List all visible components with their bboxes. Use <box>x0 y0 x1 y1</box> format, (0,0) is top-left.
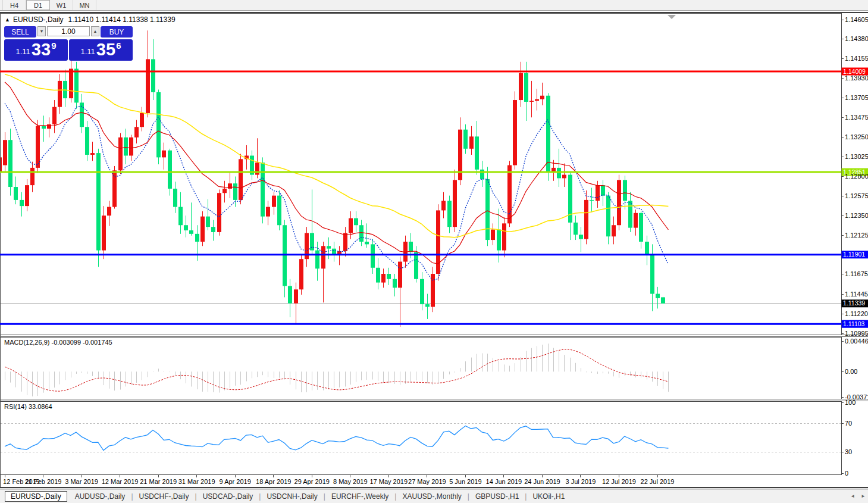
chart-tab-bar: EURUSD-,DailyAUDUSD-,Daily|USDCHF-,Daily… <box>0 489 868 503</box>
svg-text:1.13475: 1.13475 <box>845 114 868 121</box>
svg-text:1.12575: 1.12575 <box>845 192 868 199</box>
buy-price-prefix: 1.11 <box>81 47 95 56</box>
svg-text:18 Apr 2019: 18 Apr 2019 <box>256 478 291 485</box>
price-chart[interactable]: 1.140091.128511.119011.111031.113391.146… <box>0 12 868 489</box>
candles-layer <box>0 30 665 327</box>
svg-text:100: 100 <box>845 399 856 406</box>
chart-tabs: EURUSD-,DailyAUDUSD-,Daily|USDCHF-,Daily… <box>5 491 570 502</box>
tab-separator: | <box>131 492 133 501</box>
trade-panel-prices: 1.11 33 9 1.11 35 6 <box>4 39 134 61</box>
buy-price-big-digits: 35 <box>96 40 115 58</box>
svg-text:1.11103: 1.11103 <box>843 320 865 327</box>
timeframe-toolbar: H4D1W1MN <box>0 0 868 11</box>
svg-text:17 May 2019: 17 May 2019 <box>369 478 408 485</box>
volume-increase-button[interactable]: ▲ <box>91 26 99 36</box>
svg-text:1.10995: 1.10995 <box>845 330 868 337</box>
price-pane[interactable]: 1.140091.128511.119011.111031.11339 <box>0 30 868 327</box>
spin-up-icon: ▲ <box>93 29 98 33</box>
chart-tab-audusd[interactable]: AUDUSD-,Daily <box>70 492 131 501</box>
rsi-axis[interactable]: 10070300 <box>841 399 856 477</box>
chart-ohlc-values: 1.11410 1.11414 1.11338 1.11339 <box>68 15 176 24</box>
svg-text:1.14605: 1.14605 <box>845 16 868 23</box>
svg-text:1.12125: 1.12125 <box>845 232 868 239</box>
svg-text:31 Mar 2019: 31 Mar 2019 <box>178 478 215 485</box>
chart-tab-ukoil[interactable]: UKOil-,H1 <box>527 492 570 501</box>
collapse-panel-icon[interactable]: ▲ <box>5 17 10 23</box>
chart-tab-gbpusd[interactable]: GBPUSD-,H1 <box>470 492 524 501</box>
bid-price-label: 1.11339 <box>842 299 868 307</box>
level-line-1.11901[interactable]: 1.11901 <box>0 251 868 258</box>
price-axis[interactable]: 1.146051.143801.141551.139301.137051.134… <box>841 16 868 337</box>
svg-text:1.11675: 1.11675 <box>845 270 868 277</box>
date-axis[interactable]: 12 Feb 201921 Feb 20193 Mar 201912 Mar 2… <box>3 475 674 485</box>
mt4-workspace: H4D1W1MN 1.140091.128511.119011.111031.1… <box>0 0 868 503</box>
sell-button[interactable]: SELL <box>4 26 36 38</box>
svg-text:1.13250: 1.13250 <box>845 133 868 140</box>
svg-text:24 Jun 2019: 24 Jun 2019 <box>524 478 560 485</box>
level-line-1.12851[interactable]: 1.12851 <box>0 168 868 176</box>
svg-text:3 Jul 2019: 3 Jul 2019 <box>566 478 596 485</box>
svg-text:22 Jul 2019: 22 Jul 2019 <box>641 478 675 485</box>
svg-text:1.11445: 1.11445 <box>845 290 868 298</box>
svg-text:3 Mar 2019: 3 Mar 2019 <box>65 478 98 485</box>
tab-scroll-left-icon[interactable]: ◄ <box>850 493 855 499</box>
timeframe-button-d1[interactable]: D1 <box>26 0 50 10</box>
tab-separator: | <box>468 492 469 501</box>
sell-price-prefix: 1.11 <box>16 47 30 56</box>
svg-text:70: 70 <box>845 420 852 427</box>
timeframe-button-mn[interactable]: MN <box>73 0 96 10</box>
chart-window: 1.140091.128511.119011.111031.113391.146… <box>0 12 868 489</box>
macd-signal-line <box>5 349 668 391</box>
svg-text:29 Apr 2019: 29 Apr 2019 <box>294 478 330 485</box>
chart-symbol-label: EURUSD-,Daily <box>13 15 64 24</box>
macd-axis[interactable]: 0.0044650.00-0.003715 <box>841 338 868 401</box>
level-line-1.11103[interactable]: 1.11103 <box>0 320 868 328</box>
tab-separator: | <box>394 492 396 501</box>
svg-text:1.11220: 1.11220 <box>845 310 868 317</box>
chart-tab-usdcnh[interactable]: USDCNH-,Daily <box>261 492 322 501</box>
level-line-1.14009[interactable]: 1.14009 <box>0 68 868 76</box>
buy-price-box[interactable]: 1.11 35 6 <box>69 39 133 61</box>
svg-text:0.00: 0.00 <box>845 368 857 375</box>
svg-text:1.12800: 1.12800 <box>845 173 868 180</box>
buy-button[interactable]: BUY <box>101 26 133 38</box>
svg-text:27 May 2019: 27 May 2019 <box>408 478 446 485</box>
svg-text:21 Mar 2019: 21 Mar 2019 <box>140 478 177 485</box>
chart-tab-xauusd[interactable]: XAUUSD-,Monthly <box>397 492 466 501</box>
macd-pane[interactable] <box>5 343 669 396</box>
svg-text:9 Apr 2019: 9 Apr 2019 <box>220 478 251 485</box>
svg-text:1.14009: 1.14009 <box>843 68 866 75</box>
svg-text:1.12350: 1.12350 <box>845 212 868 219</box>
svg-text:1.11339: 1.11339 <box>843 299 865 307</box>
svg-text:1.13930: 1.13930 <box>845 74 868 82</box>
one-click-trade-panel: SELL ▼ ▲ BUY 1.11 33 9 1.11 35 6 <box>4 26 134 61</box>
svg-text:30: 30 <box>845 448 852 455</box>
svg-text:12 Mar 2019: 12 Mar 2019 <box>102 478 139 485</box>
rsi-pane[interactable] <box>1 424 841 452</box>
timeframe-button-h4[interactable]: H4 <box>2 0 26 10</box>
macd-histogram <box>5 343 669 396</box>
svg-text:21 Feb 2019: 21 Feb 2019 <box>25 478 62 485</box>
volume-decrease-button[interactable]: ▼ <box>37 26 46 36</box>
sell-price-box[interactable]: 1.11 33 9 <box>4 39 68 61</box>
svg-text:1.13705: 1.13705 <box>845 94 868 101</box>
tab-separator: | <box>259 492 261 501</box>
chart-tab-eurchf[interactable]: EURCHF-,Weekly <box>326 492 394 501</box>
buy-price-pip-digit: 6 <box>116 40 121 51</box>
svg-text:5 Jun 2019: 5 Jun 2019 <box>449 478 481 485</box>
svg-text:14 Jun 2019: 14 Jun 2019 <box>486 478 522 485</box>
svg-text:8 May 2019: 8 May 2019 <box>333 478 367 485</box>
svg-text:12 Jul 2019: 12 Jul 2019 <box>602 478 636 485</box>
svg-text:0.004465: 0.004465 <box>845 338 868 345</box>
tab-separator: | <box>195 492 197 501</box>
timeframe-button-w1[interactable]: W1 <box>50 0 73 10</box>
sell-price-big-digits: 33 <box>32 40 51 58</box>
tab-scroll-right-icon[interactable]: ► <box>861 493 866 499</box>
chart-tab-usdcad[interactable]: USDCAD-,Daily <box>198 492 259 501</box>
chart-tab-usdchf[interactable]: USDCHF-,Daily <box>134 492 195 501</box>
tab-separator: | <box>324 492 325 501</box>
svg-text:1.14380: 1.14380 <box>845 35 868 42</box>
svg-text:1.13025: 1.13025 <box>845 153 868 160</box>
chart-tab-eurusd[interactable]: EURUSD-,Daily <box>5 491 67 502</box>
volume-input[interactable] <box>47 26 90 36</box>
